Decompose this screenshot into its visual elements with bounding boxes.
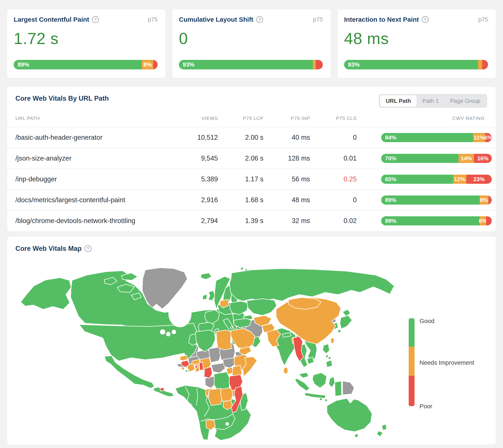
help-icon[interactable]: ? [92,16,99,23]
table-header: URL PATH VIEWS P75 LCP P75 INP P75 CLS C… [7,116,496,127]
country-australia [327,398,372,432]
good-segment: 89% [14,60,142,69]
cls-value: 0 [313,196,357,204]
country-malaysia [299,372,309,378]
lcp-value: 1.17 s [220,175,263,183]
percentile-label: p75 [148,16,158,23]
map-title: Core Web Vitals Map ? [16,245,92,252]
good-segment: 89% [381,196,480,205]
country-russia [229,269,394,301]
table-row[interactable]: /docs/metrics/largest-contentful-paint 2… [7,189,496,210]
country-japan [338,330,341,332]
lcp-distribution-bar: 89% 8% [14,60,158,69]
country-honduras [160,387,164,391]
table-row[interactable]: /blog/chrome-devtools-network-throttling… [7,210,496,231]
poor-segment [316,60,323,69]
country-philippines [328,357,331,359]
inp-value: 56 ms [267,175,310,183]
country-indonesia-sumatra [295,378,310,391]
lcp-value: 1.72 s [14,29,59,48]
world-map [13,267,399,440]
country-australia-tasmania [355,434,358,437]
needs-improvement-segment: 6% [480,216,486,225]
cwv-rating-bar: 65% 12% 23% [381,175,492,184]
legend-good-swatch [409,318,415,347]
help-icon[interactable]: ? [256,16,263,23]
lcp-value: 1.39 s [220,217,263,225]
poor-segment [486,216,492,225]
country-chad [209,347,221,363]
url-path: /inp-debugger [16,175,57,183]
percentile-label: p75 [313,16,323,23]
cwv-rating-bar: 89% 8% [381,196,492,205]
grouping-toggle: URL Path Path 1 Page Group [379,94,487,108]
poor-segment: 16% [474,154,492,163]
good-segment: 89% [381,216,480,225]
legend-label-good: Good [420,318,435,325]
inp-card: Interaction to Next Paint ? p75 48 ms 93… [338,9,496,78]
legend-label-poor: Poor [420,403,432,410]
views-value: 2,916 [174,196,218,204]
cls-distribution-bar: 93% [179,60,323,69]
country-turkey [234,318,252,328]
inp-value: 48 ms [344,29,389,48]
country-sri-lanka [283,367,288,374]
country-angola [208,388,222,405]
country-philippines [326,360,332,367]
country-indonesia-papua [335,381,342,396]
toggle-path-1[interactable]: Path 1 [417,95,444,107]
inp-card-title: Interaction to Next Paint [344,16,419,23]
country-liberia [185,370,188,372]
country-usa [79,323,200,361]
views-value: 5,389 [174,175,218,183]
table-row[interactable]: /json-size-analyzer 9,545 2.06 s 128 ms … [7,148,496,168]
country-uk [208,291,215,301]
country-taiwan [331,338,334,343]
country-kazakhstan [247,299,277,315]
country-sierra-leone [181,367,185,370]
toggle-page-group[interactable]: Page Group [444,95,486,107]
country-mexico [105,356,154,388]
table-title: Core Web Vitals By URL Path [16,95,109,102]
table-row[interactable]: /basic-auth-header-generator 10,512 2.00… [7,127,496,148]
toggle-url-path[interactable]: URL Path [380,95,417,107]
needs-improvement-segment: 14% [458,154,474,163]
help-icon[interactable]: ? [85,245,92,252]
country-japan [340,315,352,329]
cls-value: 0.02 [313,217,357,225]
inp-value: 32 ms [267,217,310,225]
good-segment: 65% [381,175,453,184]
views-value: 2,794 [174,217,218,225]
help-icon[interactable]: ? [422,16,429,23]
legend-label-needs-improvement: Needs Improvement [420,359,474,366]
cwv-rating-bar: 89% 6% [381,216,492,225]
cwv-rating-bar: 70% 14% 16% [381,154,492,163]
col-p75-lcp: P75 LCP [220,116,263,121]
country-alaska [21,278,71,309]
cwv-map-card: Core Web Vitals Map ? [7,236,496,445]
needs-improvement-segment [478,60,482,69]
cls-card: Cumulative Layout Shift ? p75 0 93% [172,9,331,78]
country-ukraine [230,301,249,315]
cls-value: 0 [313,134,357,141]
col-cwv-rating: CWV RATING [452,116,485,121]
col-views: VIEWS [174,116,218,121]
country-cameroon [204,367,212,378]
url-path: /json-size-analyzer [16,154,71,162]
lcp-card: Largest Contentful Paint ? p75 1.72 s 89… [7,9,165,78]
country-car [211,363,225,373]
cls-value: 0 [179,29,188,48]
cls-value: 0.25 [313,175,357,183]
country-papua-new-guinea [343,381,354,395]
legend-needs-improvement-swatch [409,347,415,376]
lcp-value: 1.68 s [220,196,263,204]
cls-card-title: Cumulative Layout Shift [179,16,253,23]
map-legend [409,318,415,406]
poor-segment [488,196,492,205]
table-row[interactable]: /inp-debugger 5,389 1.17 s 56 ms 0.25 65… [7,168,496,189]
country-svalbard [241,267,243,270]
country-israel-jordan [231,327,233,329]
country-philippines [326,355,328,358]
poor-segment: 6% [485,133,492,142]
good-segment: 93% [344,60,478,69]
